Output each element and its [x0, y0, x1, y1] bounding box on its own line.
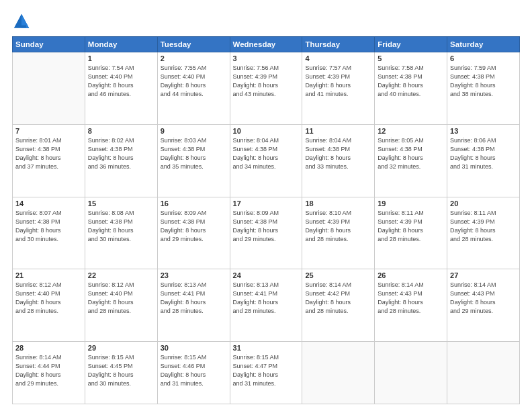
- calendar-header-friday: Friday: [375, 37, 447, 52]
- calendar-week-row: 1Sunrise: 7:54 AMSunset: 4:40 PMDaylight…: [13, 52, 520, 125]
- calendar-cell: 30Sunrise: 8:15 AMSunset: 4:46 PMDayligh…: [157, 342, 230, 404]
- calendar-cell: [302, 342, 375, 404]
- calendar-cell: 6Sunrise: 7:59 AMSunset: 4:38 PMDaylight…: [447, 52, 520, 125]
- day-info: Sunrise: 8:05 AMSunset: 4:38 PMDaylight:…: [378, 136, 444, 171]
- calendar-cell: 27Sunrise: 8:14 AMSunset: 4:43 PMDayligh…: [447, 269, 520, 342]
- calendar-week-row: 7Sunrise: 8:01 AMSunset: 4:38 PMDaylight…: [13, 124, 520, 197]
- calendar-cell: 16Sunrise: 8:09 AMSunset: 4:38 PMDayligh…: [157, 197, 230, 269]
- calendar-cell: 10Sunrise: 8:04 AMSunset: 4:38 PMDayligh…: [230, 124, 302, 197]
- calendar-cell: 12Sunrise: 8:05 AMSunset: 4:38 PMDayligh…: [375, 124, 447, 197]
- day-info: Sunrise: 8:09 AMSunset: 4:38 PMDaylight:…: [161, 209, 227, 244]
- calendar-cell: 20Sunrise: 8:11 AMSunset: 4:39 PMDayligh…: [447, 197, 520, 269]
- day-info: Sunrise: 7:59 AMSunset: 4:38 PMDaylight:…: [450, 64, 517, 99]
- day-number: 20: [450, 199, 517, 208]
- day-info: Sunrise: 8:01 AMSunset: 4:38 PMDaylight:…: [15, 136, 82, 171]
- calendar-cell: 15Sunrise: 8:08 AMSunset: 4:38 PMDayligh…: [85, 197, 157, 269]
- day-info: Sunrise: 8:12 AMSunset: 4:40 PMDaylight:…: [88, 281, 154, 316]
- day-number: 2: [161, 54, 227, 62]
- calendar-cell: 28Sunrise: 8:14 AMSunset: 4:44 PMDayligh…: [13, 342, 85, 404]
- calendar-cell: 4Sunrise: 7:57 AMSunset: 4:39 PMDaylight…: [302, 52, 375, 125]
- calendar-cell: 17Sunrise: 8:09 AMSunset: 4:38 PMDayligh…: [230, 197, 302, 269]
- day-number: 29: [88, 344, 154, 352]
- calendar-header-sunday: Sunday: [13, 37, 85, 52]
- day-number: 10: [233, 127, 300, 135]
- calendar-cell: 18Sunrise: 8:10 AMSunset: 4:39 PMDayligh…: [302, 197, 375, 269]
- day-info: Sunrise: 8:08 AMSunset: 4:38 PMDaylight:…: [88, 209, 154, 244]
- day-info: Sunrise: 8:04 AMSunset: 4:38 PMDaylight:…: [233, 136, 300, 171]
- day-number: 18: [305, 199, 371, 208]
- day-number: 28: [15, 344, 82, 352]
- day-info: Sunrise: 7:57 AMSunset: 4:39 PMDaylight:…: [305, 64, 371, 99]
- day-number: 11: [305, 127, 371, 135]
- day-info: Sunrise: 8:09 AMSunset: 4:38 PMDaylight:…: [233, 209, 300, 244]
- calendar-cell: 7Sunrise: 8:01 AMSunset: 4:38 PMDaylight…: [13, 124, 85, 197]
- calendar-cell: 3Sunrise: 7:56 AMSunset: 4:39 PMDaylight…: [230, 52, 302, 125]
- calendar-cell: 2Sunrise: 7:55 AMSunset: 4:40 PMDaylight…: [157, 52, 230, 125]
- day-info: Sunrise: 8:14 AMSunset: 4:42 PMDaylight:…: [305, 281, 371, 316]
- calendar-cell: 13Sunrise: 8:06 AMSunset: 4:38 PMDayligh…: [447, 124, 520, 197]
- day-number: 23: [161, 271, 227, 279]
- day-info: Sunrise: 8:15 AMSunset: 4:45 PMDaylight:…: [88, 353, 154, 388]
- calendar-cell: 24Sunrise: 8:13 AMSunset: 4:41 PMDayligh…: [230, 269, 302, 342]
- day-number: 31: [233, 344, 300, 352]
- day-number: 9: [161, 127, 227, 135]
- day-number: 21: [15, 271, 82, 279]
- day-number: 7: [15, 127, 82, 135]
- day-info: Sunrise: 8:10 AMSunset: 4:39 PMDaylight:…: [305, 209, 371, 244]
- calendar-header-row: SundayMondayTuesdayWednesdayThursdayFrid…: [13, 37, 520, 52]
- logo-icon: [12, 12, 31, 31]
- day-info: Sunrise: 8:14 AMSunset: 4:43 PMDaylight:…: [378, 281, 444, 316]
- calendar-cell: 22Sunrise: 8:12 AMSunset: 4:40 PMDayligh…: [85, 269, 157, 342]
- day-info: Sunrise: 8:12 AMSunset: 4:40 PMDaylight:…: [15, 281, 82, 316]
- calendar-week-row: 14Sunrise: 8:07 AMSunset: 4:38 PMDayligh…: [13, 197, 520, 269]
- day-number: 24: [233, 271, 300, 279]
- day-number: 3: [233, 54, 300, 62]
- calendar-header-monday: Monday: [85, 37, 157, 52]
- calendar-cell: 25Sunrise: 8:14 AMSunset: 4:42 PMDayligh…: [302, 269, 375, 342]
- day-number: 8: [88, 127, 154, 135]
- day-info: Sunrise: 8:11 AMSunset: 4:39 PMDaylight:…: [378, 209, 444, 244]
- day-info: Sunrise: 8:04 AMSunset: 4:38 PMDaylight:…: [305, 136, 371, 171]
- day-number: 19: [378, 199, 444, 208]
- calendar-cell: [447, 342, 520, 404]
- day-number: 13: [450, 127, 517, 135]
- calendar-cell: [13, 52, 85, 125]
- calendar-header-wednesday: Wednesday: [230, 37, 302, 52]
- day-number: 30: [161, 344, 227, 352]
- day-number: 5: [378, 54, 444, 62]
- day-info: Sunrise: 7:56 AMSunset: 4:39 PMDaylight:…: [233, 64, 300, 99]
- day-number: 6: [450, 54, 517, 62]
- day-number: 25: [305, 271, 371, 279]
- day-info: Sunrise: 8:14 AMSunset: 4:43 PMDaylight:…: [450, 281, 517, 316]
- calendar-cell: 31Sunrise: 8:15 AMSunset: 4:47 PMDayligh…: [230, 342, 302, 404]
- calendar-cell: 14Sunrise: 8:07 AMSunset: 4:38 PMDayligh…: [13, 197, 85, 269]
- calendar-cell: 19Sunrise: 8:11 AMSunset: 4:39 PMDayligh…: [375, 197, 447, 269]
- day-number: 27: [450, 271, 517, 279]
- calendar-cell: 1Sunrise: 7:54 AMSunset: 4:40 PMDaylight…: [85, 52, 157, 125]
- day-info: Sunrise: 8:13 AMSunset: 4:41 PMDaylight:…: [161, 281, 227, 316]
- day-number: 4: [305, 54, 371, 62]
- day-info: Sunrise: 7:58 AMSunset: 4:38 PMDaylight:…: [378, 64, 444, 99]
- day-info: Sunrise: 8:03 AMSunset: 4:38 PMDaylight:…: [161, 136, 227, 171]
- day-number: 16: [161, 199, 227, 208]
- day-info: Sunrise: 7:55 AMSunset: 4:40 PMDaylight:…: [161, 64, 227, 99]
- calendar-cell: 29Sunrise: 8:15 AMSunset: 4:45 PMDayligh…: [85, 342, 157, 404]
- day-info: Sunrise: 8:07 AMSunset: 4:38 PMDaylight:…: [15, 209, 82, 244]
- day-info: Sunrise: 8:06 AMSunset: 4:38 PMDaylight:…: [450, 136, 517, 171]
- calendar-cell: 11Sunrise: 8:04 AMSunset: 4:38 PMDayligh…: [302, 124, 375, 197]
- day-number: 22: [88, 271, 154, 279]
- logo: [12, 12, 34, 31]
- day-number: 26: [378, 271, 444, 279]
- calendar-cell: 9Sunrise: 8:03 AMSunset: 4:38 PMDaylight…: [157, 124, 230, 197]
- calendar-header-tuesday: Tuesday: [157, 37, 230, 52]
- day-info: Sunrise: 8:15 AMSunset: 4:47 PMDaylight:…: [233, 353, 300, 388]
- day-info: Sunrise: 8:15 AMSunset: 4:46 PMDaylight:…: [161, 353, 227, 388]
- calendar-cell: [375, 342, 447, 404]
- calendar-table: SundayMondayTuesdayWednesdayThursdayFrid…: [12, 36, 520, 404]
- calendar-header-thursday: Thursday: [302, 37, 375, 52]
- calendar-cell: 5Sunrise: 7:58 AMSunset: 4:38 PMDaylight…: [375, 52, 447, 125]
- day-info: Sunrise: 8:13 AMSunset: 4:41 PMDaylight:…: [233, 281, 300, 316]
- day-number: 17: [233, 199, 300, 208]
- calendar-cell: 21Sunrise: 8:12 AMSunset: 4:40 PMDayligh…: [13, 269, 85, 342]
- calendar-week-row: 21Sunrise: 8:12 AMSunset: 4:40 PMDayligh…: [13, 269, 520, 342]
